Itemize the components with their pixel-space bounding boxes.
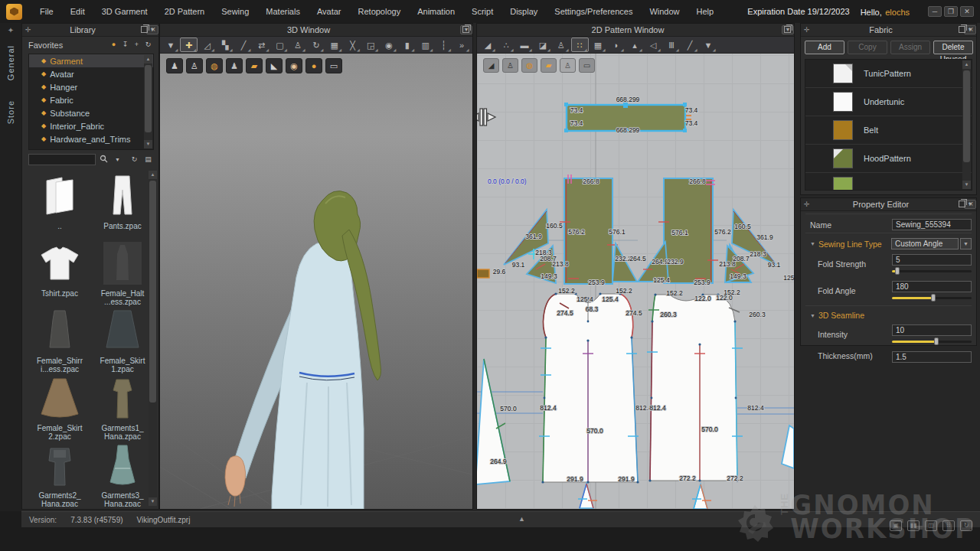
library-item-pantszpac[interactable]: Pants.zpac (93, 173, 152, 230)
fold-angle-slider[interactable] (892, 294, 972, 302)
collapse-arrow-icon[interactable]: ▼ (810, 313, 815, 318)
favorites-scrollbar[interactable]: ▲ ▼ (144, 55, 152, 148)
fabric-row-belt[interactable]: Belt (805, 116, 972, 145)
show-garment-fit-icon[interactable]: ♙ (186, 58, 203, 73)
scale-ruler-icon[interactable]: ▭ (325, 58, 342, 73)
pleats-icon[interactable]: Ⅲ◢ (663, 37, 681, 52)
search-icon[interactable] (98, 155, 109, 165)
favorite-hanger[interactable]: ◆Hanger (29, 80, 153, 93)
collapse-arrow-icon[interactable]: ▼ (810, 241, 815, 246)
select-dropdown-icon[interactable]: ▼ (960, 238, 972, 249)
scroll-thumb[interactable] (145, 65, 152, 132)
pattern-piece-undertunic-front[interactable] (539, 292, 639, 483)
favorite-substance[interactable]: ◆Substance (29, 106, 153, 119)
arrangement-grid-icon[interactable]: ▦◢ (325, 37, 343, 52)
zipper-icon[interactable]: ▮◢ (398, 37, 416, 52)
menu-script[interactable]: Script (463, 0, 501, 23)
fabric-scrollbar[interactable]: ▲ ▼ (962, 60, 971, 189)
menu-animation[interactable]: Animation (409, 0, 463, 23)
close-button[interactable]: ✕ (960, 6, 974, 17)
float-panel-icon[interactable] (784, 26, 791, 33)
favorite-hardware_and_trims[interactable]: ◆Hardware_and_Trims (29, 132, 153, 145)
close-panel-icon[interactable]: × (151, 26, 155, 33)
library-item-garments1[interactable]: Garments1_Hana.zpac (93, 375, 152, 441)
slider-knob[interactable] (931, 294, 936, 302)
tab-store[interactable]: Store (6, 100, 15, 124)
refresh-view-icon[interactable]: ↻ (129, 155, 140, 165)
polygon-tool-icon[interactable]: ◪◢ (534, 37, 552, 52)
menu-avatar[interactable]: Avatar (309, 0, 350, 23)
fold-arrangement-icon[interactable]: ⇄◢ (253, 37, 270, 52)
fold-strength-slider[interactable] (892, 267, 972, 275)
pattern-piece-skirt-gore-left[interactable] (477, 359, 510, 484)
name-input[interactable] (892, 219, 972, 230)
dock-icon[interactable]: ✛ (25, 27, 31, 34)
pattern-shirt-icon[interactable]: ▼◢ (700, 37, 717, 52)
library-titlebar[interactable]: ✛ Library ▼ × (22, 24, 158, 37)
close-panel-icon[interactable]: × (969, 201, 973, 207)
rectangle-tool-icon[interactable]: ▬◢ (516, 37, 534, 52)
menu-sewing[interactable]: Sewing (213, 0, 257, 23)
fabric-row-partial[interactable] (805, 173, 972, 191)
rotate-gizmo-icon[interactable]: ↻◢ (308, 37, 325, 52)
list-view-icon[interactable]: ▤ (142, 155, 154, 165)
minimize-button[interactable]: ─ (928, 6, 942, 17)
show-avatar-icon[interactable]: ♟ (226, 58, 243, 73)
dock-pin-icon[interactable]: ✦ (0, 23, 21, 34)
slider-knob[interactable] (895, 267, 900, 275)
internal-line-icon[interactable]: ╱◢ (681, 37, 699, 52)
steam-icon[interactable]: ◲◢ (362, 37, 380, 52)
toolbar-overflow-icon[interactable]: »◢ (453, 37, 471, 52)
flatten-icon[interactable]: ▢◢ (271, 37, 289, 52)
pattern-piece-hem-gores[interactable] (578, 484, 711, 509)
scroll-thumb[interactable] (963, 70, 970, 162)
library-item-garments3[interactable]: Garments3_Hana.zpac (93, 442, 152, 507)
show-head-icon[interactable]: ◉ (286, 58, 302, 73)
measure-tape-icon[interactable]: ┆◢ (435, 37, 452, 52)
dart-icon[interactable]: ◁◢ (645, 37, 662, 52)
favorite-stage_and_props[interactable]: ◆Stage_and_Props (29, 145, 153, 150)
favorite-interior_fabric[interactable]: ◆Interior_Fabric (29, 119, 153, 132)
dock-icon[interactable]: ✛ (804, 201, 810, 208)
2d-window-titlebar[interactable]: 2D Pattern Window ▼ (477, 24, 794, 37)
slider-knob[interactable] (934, 337, 939, 345)
simulate-icon[interactable]: ▼◢ (162, 37, 180, 52)
intensity-slider[interactable] (892, 337, 972, 345)
menu-display[interactable]: Display (501, 0, 546, 23)
select-garment-icon[interactable]: ▚◢ (217, 37, 234, 52)
sewing-line-type-select[interactable]: Custom Angle (891, 238, 959, 249)
edit-pin-icon[interactable]: ◿◢ (198, 37, 216, 52)
avatar-tape-icon[interactable]: ♙◢ (289, 37, 307, 52)
intensity-input[interactable] (892, 324, 972, 336)
add-folder-icon[interactable]: + (131, 40, 142, 50)
section-sewing-line-type[interactable]: ▼Sewing Line TypeCustom Angle▼ (801, 236, 976, 249)
favorite-avatar[interactable]: ◆Avatar (29, 67, 153, 80)
thickness-mm--input[interactable] (892, 351, 972, 363)
seam-grid-icon[interactable]: ▦◢ (590, 37, 607, 52)
pattern-piece-undertunic-back[interactable] (647, 293, 743, 481)
delete-unused-button[interactable]: Delete Unused (933, 41, 973, 54)
search-input[interactable] (28, 154, 96, 165)
app-logo-icon[interactable] (6, 4, 22, 20)
menu-retopology[interactable]: Retopology (350, 0, 410, 23)
float-panel-icon[interactable] (141, 26, 148, 33)
show-wedge-icon[interactable]: ◣ (266, 58, 283, 73)
2d-canvas[interactable]: ◢♙◍▰♙▭ (477, 54, 794, 509)
menu-help[interactable]: Help (688, 0, 723, 23)
library-item-femaleshirr[interactable]: Female_Shirri...ess.zpac (30, 308, 90, 373)
show-pattern-icon[interactable]: ▰ (246, 58, 263, 73)
tab-general[interactable]: General (6, 45, 15, 80)
show-arrangement-points-icon[interactable]: ◍ (206, 58, 223, 73)
3d-viewport[interactable]: ♟♙◍♟▰◣◉●▭ (160, 54, 472, 509)
pin-line-icon[interactable]: ╱◢ (235, 37, 253, 52)
pattern-piece-strap[interactable] (477, 269, 489, 278)
favorite-marker-icon[interactable]: ● (108, 40, 119, 50)
property-editor-titlebar[interactable]: ✛ Property Editor ▼ × (801, 198, 976, 211)
avatar-figure[interactable] (160, 54, 472, 509)
show-sphere-icon[interactable]: ● (305, 58, 322, 73)
fabric-row-undertunic[interactable]: Undertunic (805, 88, 972, 116)
show-garment-icon[interactable]: ♟ (166, 58, 183, 73)
sewing-tool-icon[interactable]: ╳◢ (344, 37, 361, 52)
favorite-garment[interactable]: ◆Garment (29, 54, 153, 67)
close-panel-icon[interactable]: × (969, 26, 973, 33)
